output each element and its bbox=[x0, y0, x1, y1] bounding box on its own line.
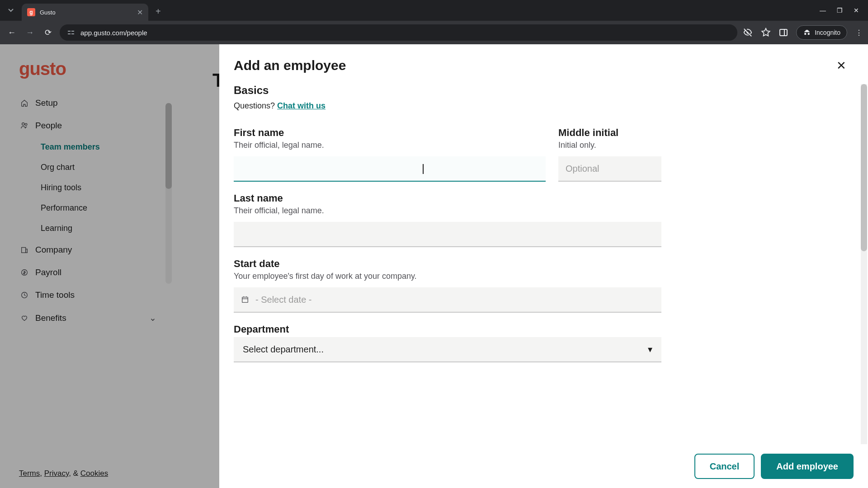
maximize-button[interactable]: ❐ bbox=[837, 7, 843, 14]
department-placeholder: Select department... bbox=[243, 344, 324, 355]
svg-rect-4 bbox=[780, 29, 787, 36]
add-employee-modal: Add an employee ✕ Basics Questions? Chat… bbox=[219, 44, 868, 488]
forward-button[interactable]: → bbox=[24, 28, 36, 38]
text-cursor bbox=[423, 164, 424, 174]
department-select[interactable]: Select department... ▾ bbox=[234, 337, 661, 362]
tab-title: Gusto bbox=[40, 9, 132, 16]
middle-initial-label: Middle initial bbox=[558, 127, 661, 139]
incognito-badge[interactable]: Incognito bbox=[796, 25, 847, 40]
eye-off-icon[interactable] bbox=[743, 28, 753, 38]
svg-rect-0 bbox=[68, 31, 71, 32]
browser-menu-icon[interactable]: ⋮ bbox=[855, 28, 863, 37]
first-name-help: Their official, legal name. bbox=[234, 141, 546, 150]
start-date-help: Your employee's first day of work at you… bbox=[234, 272, 661, 281]
svg-rect-2 bbox=[68, 33, 71, 34]
last-name-help: Their official, legal name. bbox=[234, 206, 661, 216]
help-line: Questions? Chat with us bbox=[234, 101, 846, 111]
tab-favicon: g bbox=[27, 8, 35, 16]
start-date-placeholder: - Select date - bbox=[255, 295, 312, 305]
svg-rect-1 bbox=[71, 31, 74, 32]
svg-rect-12 bbox=[242, 297, 248, 303]
tab-search-dropdown[interactable] bbox=[4, 3, 18, 18]
modal-scroll-thumb[interactable] bbox=[861, 84, 867, 251]
cancel-button[interactable]: Cancel bbox=[694, 454, 755, 479]
department-label: Department bbox=[234, 324, 661, 335]
side-panel-icon[interactable] bbox=[779, 28, 788, 37]
start-date-label: Start date bbox=[234, 258, 661, 270]
site-settings-icon[interactable] bbox=[67, 28, 75, 37]
url-text: app.gusto.com/people bbox=[80, 29, 147, 37]
browser-tab-strip: g Gusto ✕ + — ❐ ✕ bbox=[0, 0, 868, 21]
chevron-down-icon: ▾ bbox=[648, 344, 652, 355]
start-date-input[interactable]: - Select date - bbox=[234, 287, 661, 313]
browser-tab[interactable]: g Gusto ✕ bbox=[22, 4, 148, 21]
add-employee-button[interactable]: Add employee bbox=[761, 454, 854, 479]
first-name-input[interactable] bbox=[234, 156, 546, 182]
last-name-input[interactable] bbox=[234, 222, 661, 247]
modal-scrollbar[interactable] bbox=[861, 84, 867, 444]
bookmark-star-icon[interactable] bbox=[761, 28, 771, 38]
reload-button[interactable]: ⟳ bbox=[42, 28, 54, 38]
modal-close-button[interactable]: ✕ bbox=[836, 59, 846, 73]
tab-close-icon[interactable]: ✕ bbox=[137, 8, 143, 17]
back-button[interactable]: ← bbox=[5, 28, 18, 38]
window-controls: — ❐ ✕ bbox=[820, 7, 864, 14]
first-name-label: First name bbox=[234, 127, 546, 139]
svg-rect-3 bbox=[71, 33, 74, 34]
minimize-button[interactable]: — bbox=[820, 7, 826, 14]
middle-initial-input[interactable] bbox=[558, 156, 661, 182]
address-bar[interactable]: app.gusto.com/people bbox=[60, 24, 737, 41]
section-title: Basics bbox=[234, 84, 846, 97]
close-window-button[interactable]: ✕ bbox=[854, 7, 859, 14]
calendar-icon bbox=[241, 296, 249, 304]
last-name-label: Last name bbox=[234, 192, 661, 204]
middle-initial-help: Initial only. bbox=[558, 141, 661, 150]
chat-link[interactable]: Chat with us bbox=[277, 101, 326, 110]
modal-title: Add an employee bbox=[234, 58, 836, 73]
incognito-icon bbox=[803, 28, 811, 37]
browser-toolbar: ← → ⟳ app.gusto.com/people Incognito ⋮ bbox=[0, 21, 868, 44]
new-tab-button[interactable]: + bbox=[156, 6, 161, 17]
